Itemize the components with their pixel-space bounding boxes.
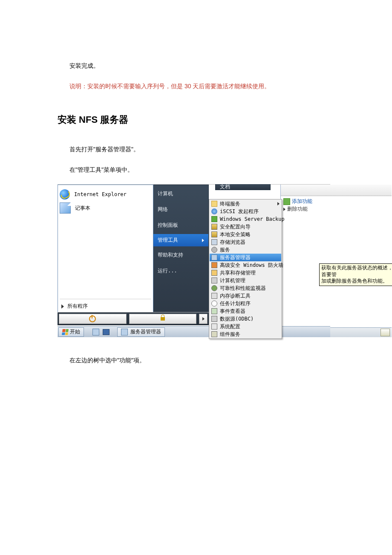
msconfig-icon [211, 324, 217, 330]
lock-button[interactable] [129, 314, 197, 324]
folder-icon [211, 201, 217, 207]
divider [60, 299, 151, 299]
sub-odbc[interactable]: 数据源(ODBC) [210, 315, 281, 323]
sub-compmgmt[interactable]: 计算机管理 [210, 277, 281, 284]
start-right-help[interactable]: 帮助和支持 [153, 249, 208, 261]
all-programs[interactable]: 所有程序 [58, 300, 153, 312]
chevron-right-icon [283, 208, 285, 211]
sub-eventvwr[interactable]: 事件查看器 [210, 307, 281, 315]
share-icon [211, 270, 217, 276]
heading-install-nfs: 安装 NFS 服务器 [58, 113, 334, 126]
sub-perfmon[interactable]: 可靠性和性能监视器 [210, 284, 281, 292]
add-feature-link[interactable]: 添加功能 [283, 198, 389, 205]
power-icon [89, 315, 96, 322]
computer-icon [211, 278, 217, 283]
sub-firewall[interactable]: 高级安全 Windows 防火墙 [210, 261, 281, 269]
sub-terminal-services[interactable]: 终端服务 [210, 200, 281, 208]
start-right-run[interactable]: 运行... [153, 265, 208, 277]
sub-iscsi[interactable]: iSCSI 发起程序 [210, 208, 281, 215]
chevron-right-icon [61, 304, 64, 309]
para-admin-tools-menu: 在"管理工具"菜单项中。 [58, 164, 334, 176]
server-manager-icon [92, 329, 99, 335]
backup-icon [211, 216, 217, 222]
start-right-controlpanel[interactable]: 控制面板 [153, 219, 208, 231]
notepad-icon [60, 202, 71, 214]
gear-icon [211, 247, 217, 253]
screenshot-start-menu: 文档 Internet Explorer 记事本 [58, 184, 330, 337]
sub-services[interactable]: 服务 [210, 246, 281, 254]
pinned-ie-label: Internet Explorer [74, 191, 127, 197]
chevron-right-icon [202, 317, 205, 321]
odbc-icon [211, 316, 217, 322]
taskbar-task-server-manager[interactable]: 服务器管理器 [117, 327, 165, 337]
server-manager-tooltip: 获取有关此服务器状态的概述，执行首要管 加或删除服务器角色和功能。 [319, 263, 392, 286]
windows-logo-icon [62, 329, 69, 335]
clock-icon [211, 301, 217, 306]
sub-msconfig[interactable]: 系统配置 [210, 323, 281, 330]
pinned-notepad-label: 记事本 [75, 205, 90, 212]
remove-feature-link[interactable]: 删除功能 [283, 205, 389, 213]
taskbar: 开始 服务器管理器 [58, 326, 330, 337]
start-right-admintools[interactable]: 管理工具 [153, 234, 208, 246]
shutdown-options-button[interactable] [199, 314, 208, 324]
pane-header [281, 185, 392, 196]
chevron-right-icon [202, 239, 204, 242]
sub-tasksched[interactable]: 任务计划程序 [210, 300, 281, 307]
ie-icon [60, 189, 70, 199]
shield-icon [211, 231, 217, 237]
server-manager-icon [121, 329, 128, 335]
perf-icon [211, 285, 217, 291]
sub-storage[interactable]: 存储浏览器 [210, 238, 281, 246]
globe-icon [211, 208, 217, 214]
pinned-ie[interactable]: Internet Explorer [58, 188, 153, 201]
sub-memdiag[interactable]: 内存诊断工具 [210, 292, 281, 300]
sub-scw[interactable]: 安全配置向导 [210, 223, 281, 231]
shutdown-button[interactable] [59, 314, 127, 324]
para-open-server-manager: 首先打开"服务器管理器"。 [58, 143, 334, 155]
para-install-done: 安装完成。 [58, 60, 334, 72]
memory-icon [211, 293, 217, 299]
server-manager-pane: 添加功能 删除功能 获取有关此服务器状态的概述，执行首要管 加或删除服务器角色和… [280, 185, 392, 337]
pinned-notepad[interactable]: 记事本 [58, 201, 153, 215]
show-desktop-icon [103, 329, 110, 335]
admin-tools-submenu: 终端服务 iSCSI 发起程序 Windows Server Backup 安全… [209, 199, 282, 339]
start-right-computer[interactable]: 计算机 [153, 188, 208, 200]
storage-icon [211, 239, 217, 245]
sub-server-manager[interactable]: 服务器管理器 [210, 254, 281, 261]
component-icon [211, 331, 217, 337]
para-select-features: 在左边的树中选中"功能"项。 [58, 354, 334, 366]
all-programs-label: 所有程序 [67, 303, 88, 310]
chevron-right-icon [277, 202, 280, 205]
server-manager-icon [211, 254, 217, 260]
sub-share-storage[interactable]: 共享和存储管理 [210, 269, 281, 277]
sub-localsec[interactable]: 本地安全策略 [210, 231, 281, 238]
pane-corner-button[interactable] [380, 329, 390, 336]
sub-compsvc[interactable]: 组件服务 [210, 330, 281, 338]
lock-icon [161, 317, 165, 321]
event-icon [211, 308, 217, 314]
start-button[interactable]: 开始 [58, 327, 84, 337]
shield-icon [211, 224, 217, 230]
add-icon [283, 198, 290, 205]
quicklaunch-desktop[interactable] [101, 328, 111, 336]
start-right-network[interactable]: 网络 [153, 203, 208, 216]
sub-wsb[interactable]: Windows Server Backup [210, 215, 281, 223]
quicklaunch-server-manager[interactable] [91, 328, 101, 336]
start-right-truncated: 文档 [215, 184, 271, 190]
note-activation: 说明：安装的时候不需要输入序列号，但是 30 天后需要激活才能继续使用。 [58, 80, 334, 92]
firewall-icon [211, 262, 217, 268]
